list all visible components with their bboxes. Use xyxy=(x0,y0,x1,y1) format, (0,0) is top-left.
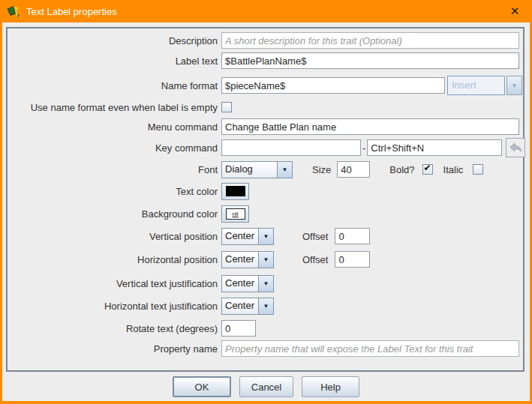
use-name-format-checkbox[interactable] xyxy=(221,102,232,112)
menu-command-row: Menu command xyxy=(9,117,519,136)
horizontal-offset-label: Offset xyxy=(302,254,328,265)
chevron-down-icon: ▼ xyxy=(258,252,273,268)
vertical-position-row: Vertical position Center ▼ Offset xyxy=(9,226,370,246)
dialog-button-row: OK Cancel Help xyxy=(0,376,532,397)
font-label: Font xyxy=(9,164,218,175)
font-family-value: Dialog xyxy=(222,162,277,178)
named-key-input[interactable] xyxy=(367,139,502,156)
use-name-format-label: Use name format even when label is empty xyxy=(9,102,218,113)
vertical-justification-value: Center xyxy=(222,276,258,292)
description-row: Description xyxy=(9,31,519,50)
menu-command-input[interactable] xyxy=(221,118,519,135)
name-format-label: Name format xyxy=(9,80,218,91)
close-icon: ✕ xyxy=(510,4,520,18)
horizontal-justification-row: Horizontal text justification Center ▼ xyxy=(9,296,274,316)
horizontal-position-label: Horizontal position xyxy=(9,254,218,265)
menu-command-label: Menu command xyxy=(9,121,218,133)
text-color-button[interactable] xyxy=(221,183,249,200)
background-color-button[interactable]: nil xyxy=(221,205,249,223)
font-row: Font Dialog ▼ Size Bold? Italic xyxy=(9,160,483,179)
italic-checkbox[interactable] xyxy=(473,164,483,175)
chevron-down-icon: ▼ xyxy=(512,82,518,89)
description-label: Description xyxy=(9,35,218,46)
key-command-label: Key command xyxy=(9,142,218,154)
text-color-row: Text color xyxy=(9,181,249,201)
cancel-button[interactable]: Cancel xyxy=(239,376,293,397)
font-family-select[interactable]: Dialog ▼ xyxy=(221,161,293,178)
vassal-logo-icon xyxy=(7,5,20,18)
name-format-row: Name format Insert ▼ xyxy=(9,76,522,95)
close-button[interactable]: ✕ xyxy=(497,0,532,22)
use-name-format-row: Use name format even when label is empty xyxy=(9,97,232,117)
insert-button[interactable]: Insert xyxy=(447,76,505,95)
chevron-down-icon: ▼ xyxy=(277,162,292,178)
key-command-row: Key command - xyxy=(9,138,525,157)
vertical-offset-label: Offset xyxy=(302,231,328,242)
horizontal-position-value: Center xyxy=(222,252,258,268)
horizontal-position-row: Horizontal position Center ▼ Offset xyxy=(9,250,370,269)
vertical-offset-input[interactable] xyxy=(335,228,370,244)
rotate-label: Rotate text (degrees) xyxy=(9,323,218,334)
vertical-justification-row: Vertical text justification Center ▼ xyxy=(9,274,274,293)
bold-label: Bold? xyxy=(389,164,414,175)
horizontal-position-select[interactable]: Center ▼ xyxy=(221,251,274,268)
horizontal-justification-select[interactable]: Center ▼ xyxy=(221,298,274,315)
rotate-input[interactable] xyxy=(221,320,256,337)
vertical-justification-select[interactable]: Center ▼ xyxy=(221,275,274,292)
font-size-input[interactable] xyxy=(337,161,370,178)
text-color-swatch xyxy=(226,186,245,196)
vertical-position-label: Vertical position xyxy=(9,231,218,242)
ok-button[interactable]: OK xyxy=(173,376,231,397)
chevron-down-icon: ▼ xyxy=(258,276,273,292)
horizontal-justification-value: Center xyxy=(222,298,258,314)
label-text-input[interactable] xyxy=(221,52,519,69)
property-name-row: Property name xyxy=(9,339,519,358)
italic-label: Italic xyxy=(443,164,464,175)
horizontal-justification-label: Horizontal text justification xyxy=(9,301,218,312)
chevron-down-icon: ▼ xyxy=(258,229,273,244)
insert-dropdown-button[interactable]: ▼ xyxy=(506,76,522,95)
font-size-label: Size xyxy=(312,164,331,175)
key-command-separator: - xyxy=(362,142,365,154)
dialog-title: Text Label properties xyxy=(26,6,117,17)
horizontal-offset-input[interactable] xyxy=(335,251,370,268)
bold-checkbox[interactable] xyxy=(422,164,433,175)
property-name-label: Property name xyxy=(9,343,218,355)
undo-icon xyxy=(509,142,522,154)
help-button[interactable]: Help xyxy=(302,376,359,397)
chevron-down-icon: ▼ xyxy=(258,298,273,314)
property-name-input[interactable] xyxy=(221,340,519,357)
title-bar: Text Label properties ✕ xyxy=(0,0,532,22)
background-color-label: Background color xyxy=(9,208,218,220)
vertical-position-value: Center xyxy=(222,229,258,244)
text-color-label: Text color xyxy=(9,186,218,197)
background-color-swatch: nil xyxy=(226,208,245,220)
background-color-row: Background color nil xyxy=(9,204,249,223)
description-input[interactable] xyxy=(221,32,519,49)
vertical-position-select[interactable]: Center ▼ xyxy=(221,228,274,245)
text-label-properties-dialog: Text Label properties ✕ Description Labe… xyxy=(0,0,532,404)
undo-button[interactable] xyxy=(506,138,525,157)
key-command-input[interactable] xyxy=(221,139,361,156)
rotate-row: Rotate text (degrees) xyxy=(9,319,256,338)
vertical-justification-label: Vertical text justification xyxy=(9,278,218,289)
label-text-row: Label text xyxy=(9,51,519,70)
label-text-label: Label text xyxy=(9,55,218,67)
name-format-input[interactable] xyxy=(221,77,445,94)
